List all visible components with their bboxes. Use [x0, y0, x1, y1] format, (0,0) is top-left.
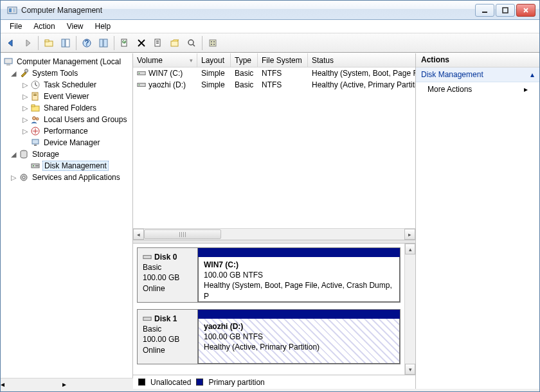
drive-icon: [137, 81, 146, 89]
tree-storage[interactable]: ◢ Storage: [2, 148, 131, 160]
tree-shared-folders[interactable]: ▷ Shared Folders: [2, 102, 131, 114]
svg-rect-32: [32, 105, 35, 107]
tree-disk-management[interactable]: ▷ Disk Management: [2, 160, 131, 172]
svg-rect-19: [210, 40, 216, 46]
disk-block[interactable]: Disk 1Basic100.00 GBOnlineyaozhi (D:)100…: [137, 309, 401, 364]
collapse-icon[interactable]: ◢: [10, 150, 17, 159]
disk-vscroll[interactable]: ▴ ▾: [404, 244, 415, 375]
disk-info: Disk 0Basic100.00 GBOnline: [138, 248, 198, 302]
actions-section-title[interactable]: Disk Management ▴: [416, 67, 539, 82]
volume-row[interactable]: yaozhi (D:)SimpleBasicNTFSHealthy (Activ…: [133, 79, 415, 91]
svg-rect-48: [143, 255, 151, 258]
svg-rect-36: [32, 139, 39, 144]
scroll-left-icon[interactable]: ◂: [133, 229, 144, 240]
expand-icon[interactable]: ▷: [21, 116, 28, 124]
disk-partition[interactable]: yaozhi (D:)100.00 GB NTFSHealthy (Active…: [198, 310, 400, 364]
menu-action[interactable]: Action: [28, 21, 60, 32]
col-type[interactable]: Type: [231, 53, 258, 67]
close-button[interactable]: [516, 4, 536, 17]
svg-point-26: [25, 69, 28, 73]
up-button[interactable]: [41, 35, 57, 51]
tree-services-apps[interactable]: ▷ Services and Applications: [2, 172, 131, 183]
extra-button[interactable]: [205, 35, 221, 51]
volume-row[interactable]: WIN7 (C:)SimpleBasicNTFSHealthy (System,…: [133, 67, 415, 79]
legend-unallocated-label: Unallocated: [150, 378, 191, 387]
event-icon: [30, 91, 40, 102]
svg-rect-11: [100, 39, 103, 47]
tree-performance[interactable]: ▷ Performance: [2, 125, 131, 137]
svg-rect-24: [4, 58, 12, 64]
show-hide-tree-button[interactable]: [58, 35, 73, 51]
volume-list-header: Volume▾ Layout Type File System Status: [133, 53, 415, 67]
center-pane: Volume▾ Layout Type File System Status W…: [133, 53, 416, 389]
expand-icon[interactable]: ▷: [21, 93, 28, 101]
scroll-down-icon[interactable]: ▾: [405, 364, 415, 375]
svg-rect-6: [45, 40, 49, 42]
expand-icon[interactable]: ▷: [21, 127, 28, 136]
maximize-button[interactable]: [496, 4, 515, 17]
shared-folder-icon: [30, 103, 40, 113]
svg-rect-25: [6, 64, 10, 66]
find-button[interactable]: [184, 35, 199, 51]
col-volume[interactable]: Volume▾: [133, 53, 197, 67]
delete-button[interactable]: [134, 35, 149, 51]
window-title: Computer Management: [21, 6, 475, 15]
tree-task-scheduler[interactable]: ▷ Task Scheduler: [2, 79, 131, 91]
scroll-thumb[interactable]: [144, 229, 221, 239]
svg-point-40: [33, 165, 34, 166]
scroll-left-icon[interactable]: ◂: [1, 380, 4, 389]
tree-local-users[interactable]: ▷ Local Users and Groups: [2, 114, 131, 125]
disk-icon: [143, 253, 152, 261]
content: Computer Management (Local ◢ System Tool…: [1, 53, 539, 389]
col-layout[interactable]: Layout: [197, 53, 231, 67]
minimize-button[interactable]: [475, 4, 494, 17]
expand-icon[interactable]: ▷: [21, 81, 28, 89]
actions-header: Actions: [416, 53, 539, 67]
menu-file[interactable]: File: [4, 21, 27, 32]
svg-rect-22: [211, 44, 212, 45]
legend-unallocated-swatch: [138, 379, 145, 386]
open-button[interactable]: [167, 35, 183, 51]
legend-primary-label: Primary partition: [208, 378, 264, 387]
storage-icon: [19, 149, 29, 159]
back-button[interactable]: [3, 35, 19, 51]
settings-button[interactable]: [150, 35, 166, 51]
menu-help[interactable]: Help: [90, 21, 116, 32]
tree-device-manager[interactable]: ▷ Device Manager: [2, 137, 131, 148]
svg-rect-49: [143, 317, 151, 320]
tools-icon: [19, 68, 29, 78]
legend: Unallocated Primary partition: [133, 375, 415, 389]
actions-more[interactable]: More Actions ▸: [416, 82, 539, 96]
volume-hscroll[interactable]: ◂ ▸: [133, 228, 415, 240]
scroll-right-icon[interactable]: ▸: [404, 229, 415, 240]
scroll-up-icon[interactable]: ▴: [405, 244, 415, 254]
col-status[interactable]: Status: [308, 53, 415, 67]
tree-event-viewer[interactable]: ▷ Event Viewer: [2, 91, 131, 102]
collapse-icon[interactable]: ◢: [10, 69, 17, 78]
tree-hscroll[interactable]: ◂ ▸: [1, 378, 133, 389]
services-icon: [19, 172, 29, 183]
disk-graphical-view: Disk 0Basic100.00 GBOnlineWIN7 (C:)100.0…: [133, 244, 415, 375]
disk-block[interactable]: Disk 0Basic100.00 GBOnlineWIN7 (C:)100.0…: [137, 247, 401, 303]
disk-partition[interactable]: WIN7 (C:)100.00 GB NTFSHealthy (System, …: [198, 248, 400, 302]
users-icon: [30, 114, 40, 125]
menu-view[interactable]: View: [62, 21, 89, 32]
tree-system-tools[interactable]: ◢ System Tools: [2, 67, 131, 79]
svg-rect-29: [33, 94, 37, 94]
svg-rect-16: [156, 42, 159, 44]
svg-rect-20: [211, 41, 212, 42]
properties-button[interactable]: [96, 35, 111, 51]
tree-root[interactable]: Computer Management (Local: [2, 56, 131, 67]
forward-button[interactable]: [20, 35, 35, 51]
help-button[interactable]: ?: [79, 35, 94, 51]
expand-icon[interactable]: ▷: [21, 104, 28, 112]
col-filesystem[interactable]: File System: [258, 53, 308, 67]
refresh-button[interactable]: [117, 35, 132, 51]
nav-tree: Computer Management (Local ◢ System Tool…: [1, 53, 133, 389]
clock-icon: [30, 80, 40, 90]
device-icon: [30, 138, 40, 148]
titlebar: Computer Management: [1, 1, 539, 20]
svg-text:?: ?: [84, 39, 89, 48]
expand-icon[interactable]: ▷: [10, 174, 17, 182]
scroll-right-icon[interactable]: ▸: [62, 380, 66, 389]
